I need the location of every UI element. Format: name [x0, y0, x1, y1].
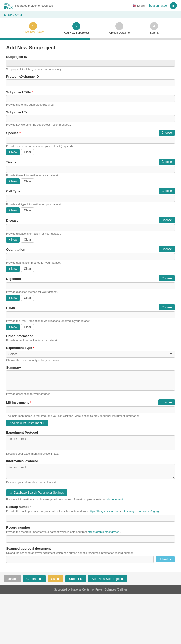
record-number-link[interactable]: https://grants.most.gov.cn [88, 530, 119, 533]
species-header: Species * Choose [6, 130, 175, 136]
main-content: Add New Subproject Subproject ID Subproj… [0, 40, 181, 572]
skip-button[interactable]: Skip▶ [48, 575, 63, 582]
digestion-new-button[interactable]: + New [6, 295, 20, 301]
subproject-id-input[interactable] [6, 60, 175, 67]
digestion-choose-button[interactable]: Choose [159, 275, 175, 281]
disease-action-row: + New Clear [6, 237, 175, 243]
summary-label: Summary [6, 366, 175, 369]
tissue-choose-button[interactable]: Choose [159, 159, 175, 165]
subproject-tag-input[interactable] [6, 115, 175, 122]
quantitation-new-button[interactable]: + New [6, 266, 20, 272]
upload-button[interactable]: Upload ▲ [156, 556, 175, 562]
scanned-doc-input[interactable] [6, 556, 154, 563]
step-1-check: ✓ Add New Project [22, 31, 44, 33]
ptms-new-button[interactable]: + New [6, 324, 20, 330]
record-number-section: Record number Provide the record number … [6, 526, 175, 543]
cell-type-label: Cell Type [6, 189, 20, 193]
continue-button[interactable]: Continue▶ [23, 575, 46, 582]
digestion-action-row: + New Clear [6, 295, 175, 301]
ptms-input[interactable] [6, 311, 175, 318]
disease-label: Disease [6, 219, 18, 222]
species-new-button[interactable]: + New [6, 149, 20, 155]
ms-instrument-input[interactable] [6, 406, 175, 413]
other-info-section: Other information Provide other informat… [6, 334, 175, 342]
quantitation-section: Quantitation Choose Provide quantitation… [6, 247, 175, 272]
cell-type-action-row: + New Clear [6, 207, 175, 213]
settings-icon: ⚙ [10, 491, 12, 494]
experiment-type-select[interactable]: Select [6, 351, 175, 358]
add-new-subproject-button[interactable]: Add New Subproject▶ [88, 575, 127, 582]
user-link[interactable]: boysannyxue [149, 4, 167, 7]
subproject-title-desc: Provide title of the subproject (require… [6, 103, 175, 106]
ms-instrument-label: MS instrument * [6, 401, 31, 404]
informatics-protocol-textarea[interactable] [6, 464, 175, 479]
backup-link2[interactable]: https://mgdc.cnds.ac.cn/hgprg [122, 510, 159, 513]
proteomexchange-input[interactable] [6, 79, 175, 86]
experiment-protocol-label: Experiment Protocol [6, 431, 175, 434]
back-button[interactable]: ◀Back [4, 575, 21, 582]
disease-clear-button[interactable]: Clear [21, 237, 34, 243]
tissue-action-row: + New Clear [6, 178, 175, 184]
cell-type-desc: Provide cell type information for your d… [6, 203, 175, 206]
db-search-doc-link[interactable]: this document [106, 498, 123, 501]
db-search-button[interactable]: ⚙ Database Search Parameter Settings [6, 489, 67, 496]
cell-type-clear-button[interactable]: Clear [21, 207, 34, 213]
cell-type-new-button[interactable]: + New [6, 207, 20, 213]
scanned-doc-row: Upload ▲ [6, 556, 175, 563]
cell-type-choose-button[interactable]: Choose [159, 188, 175, 194]
cell-type-header: Cell Type Choose [6, 188, 175, 194]
tissue-clear-button[interactable]: Clear [21, 178, 34, 184]
subproject-title-input[interactable] [6, 95, 175, 102]
submit-button[interactable]: Submit ▶ [65, 575, 86, 582]
species-choose-button[interactable]: Choose [159, 130, 175, 136]
summary-textarea[interactable] [6, 370, 175, 391]
subproject-tag-section: Subproject Tag Provide key words of the … [6, 110, 175, 126]
experiment-protocol-section: Experiment Protocol Describe your experi… [6, 431, 175, 455]
disease-new-button[interactable]: + New [6, 237, 20, 243]
digestion-input[interactable] [6, 282, 175, 289]
informatics-protocol-section: Informatics Protocol Describe your infor… [6, 459, 175, 484]
header-right: 🇬🇧 English boysannyxue B [133, 2, 177, 9]
db-search-info: For more information about human genetic… [6, 498, 175, 501]
subproject-tag-label: Subproject Tag [6, 110, 175, 114]
ptms-choose-button[interactable]: Choose [159, 304, 175, 310]
scanned-doc-label: Scanned approval document [6, 547, 175, 550]
cell-type-input[interactable] [6, 195, 175, 202]
quantitation-input[interactable] [6, 253, 175, 260]
quantitation-clear-button[interactable]: Clear [21, 266, 34, 272]
species-clear-button[interactable]: Clear [21, 149, 34, 155]
proteomexchange-section: ProteomeXchange ID [6, 75, 175, 86]
list-icon: ☰ [161, 401, 164, 404]
logo-subtitle: integrated proteome resources [15, 4, 53, 7]
record-number-label: Record number [6, 526, 175, 529]
disease-input[interactable] [6, 224, 175, 231]
quantitation-action-row: + New Clear [6, 266, 175, 272]
backup-number-desc: Provide the backup number for your datas… [6, 510, 175, 513]
species-input[interactable] [6, 137, 175, 144]
backup-number-label: Backup number [6, 505, 175, 509]
digestion-desc: Provide digestion method for your datase… [6, 290, 175, 293]
summary-section: Summary Provide description for your dat… [6, 366, 175, 395]
tissue-desc: Provide tissue information for your data… [6, 174, 175, 177]
quantitation-choose-button[interactable]: Choose [159, 246, 175, 252]
ms-instrument-desc: The instrument name is required, and you… [6, 414, 175, 417]
ms-more-button[interactable]: ☰ more [158, 399, 175, 405]
scanned-doc-section: Scanned approval document Upload the sca… [6, 547, 175, 563]
experiment-protocol-textarea[interactable] [6, 435, 175, 450]
subproject-id-section: Subproject ID Subproject ID will be gene… [6, 55, 175, 71]
species-desc: Provide species information for your dat… [6, 145, 175, 148]
lang-selector[interactable]: 🇬🇧 English [133, 4, 146, 7]
digestion-clear-button[interactable]: Clear [21, 295, 34, 301]
backup-number-input[interactable] [6, 515, 175, 522]
record-number-input[interactable] [6, 535, 175, 543]
tissue-new-button[interactable]: + New [6, 178, 20, 184]
ptms-clear-button[interactable]: Clear [21, 324, 34, 330]
add-ms-instrument-button[interactable]: Add New MS instrument + [6, 420, 48, 426]
steps-container: 1 ✓ Add New Project 2 Add New Subproject… [0, 18, 181, 38]
tissue-input[interactable] [6, 166, 175, 173]
disease-choose-button[interactable]: Choose [159, 217, 175, 223]
subproject-id-desc: Subproject ID will be generated automati… [6, 68, 175, 71]
species-label: Species * [6, 131, 21, 135]
backup-link1[interactable]: https://fhprg.cnclc.ac.cn [89, 510, 118, 513]
step-2-circle: 2 [72, 22, 80, 30]
